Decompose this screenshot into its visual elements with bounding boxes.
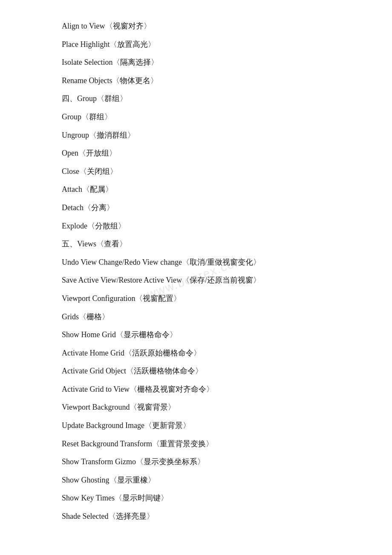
list-item: Group〈群组〉 [62,108,330,126]
list-item: Attach〈配属〉 [62,180,330,199]
list-item: Save Active View/Restore Active View〈保存/… [62,271,330,289]
list-item: Isolate Selection〈隔离选择〉 [62,53,330,72]
list-item: Align to View〈视窗对齐〉 [62,17,330,35]
list-item: Show Key Times〈显示时间键〉 [62,489,330,507]
menu-list: Align to View〈视窗对齐〉Place Highlight〈放置高光〉… [62,17,330,526]
list-item: 五、Views〈查看〉 [62,235,330,253]
list-item: Activate Grid Object〈活跃栅格物体命令〉 [62,362,330,380]
list-item: Ungroup〈撤消群组〉 [62,126,330,145]
list-item: Viewport Background〈视窗背景〉 [62,398,330,416]
list-item: Undo View Change/Redo View change〈取消/重做视… [62,253,330,272]
list-item: Close〈关闭组〉 [62,162,330,181]
list-item: Grids〈栅格〉 [62,308,330,326]
list-item: Viewport Configuration〈视窗配置〉 [62,289,330,308]
list-item: Activate Grid to View〈栅格及视窗对齐命令〉 [62,380,330,399]
list-item: Show Home Grid〈显示栅格命令〉 [62,326,330,344]
list-item: Explode〈分散组〉 [62,217,330,235]
list-item: Rename Objects〈物体更名〉 [62,72,330,90]
list-item: Detach〈分离〉 [62,199,330,217]
list-item: Place Highlight〈放置高光〉 [62,35,330,54]
list-item: Open〈开放组〉 [62,144,330,162]
list-item: Update Background Image〈更新背景〉 [62,416,330,435]
list-item: 四、Group〈群组〉 [62,90,330,108]
list-item: Shade Selected〈选择亮显〉 [62,507,330,526]
list-item: Activate Home Grid〈活跃原始栅格命令〉 [62,344,330,362]
list-item: Reset Background Transform〈重置背景变换〉 [62,435,330,453]
list-item: Show Transform Gizmo〈显示变换坐标系〉 [62,453,330,471]
list-item: Show Ghosting〈显示重橡〉 [62,471,330,489]
